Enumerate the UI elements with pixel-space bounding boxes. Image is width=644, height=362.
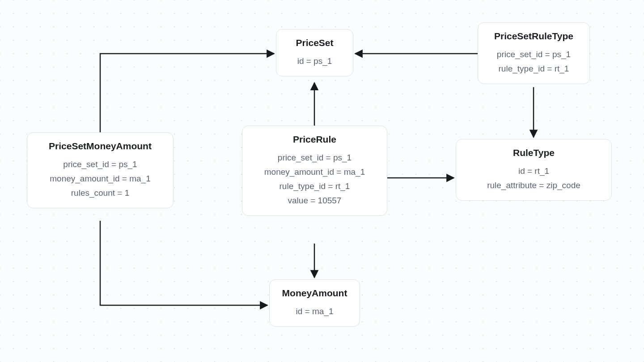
node-field: rule_type_id = rt_1 bbox=[489, 64, 579, 74]
node-price-set: PriceSet id = ps_1 bbox=[276, 29, 353, 76]
node-field: rule_attribute = zip_code bbox=[467, 181, 601, 190]
node-title: PriceSetMoneyAmount bbox=[38, 141, 162, 152]
node-field: rules_count = 1 bbox=[38, 188, 162, 198]
node-field: price_set_id = ps_1 bbox=[489, 50, 579, 59]
node-rule-type: RuleType id = rt_1 rule_attribute = zip_… bbox=[456, 139, 612, 201]
node-field: id = rt_1 bbox=[467, 166, 601, 176]
diagram-canvas: PriceSet id = ps_1 PriceSetRuleType pric… bbox=[0, 0, 644, 362]
node-price-rule: PriceRule price_set_id = ps_1 money_amou… bbox=[242, 126, 387, 216]
node-money-amount: MoneyAmount id = ma_1 bbox=[269, 279, 360, 327]
edge-psma-to-priceset bbox=[100, 54, 274, 132]
node-field: rule_type_id = rt_1 bbox=[253, 181, 376, 191]
node-fields: id = ps_1 bbox=[287, 56, 342, 66]
node-title: MoneyAmount bbox=[280, 288, 349, 299]
edge-psma-to-moneyamount bbox=[100, 221, 267, 305]
node-price-set-money-amount: PriceSetMoneyAmount price_set_id = ps_1 … bbox=[27, 132, 174, 208]
node-title: PriceSet bbox=[287, 38, 342, 48]
node-title: RuleType bbox=[467, 147, 601, 158]
node-field: money_amount_id = ma_1 bbox=[253, 167, 376, 177]
node-title: PriceSetRuleType bbox=[489, 31, 579, 42]
node-fields: price_set_id = ps_1 rule_type_id = rt_1 bbox=[489, 50, 579, 74]
node-fields: id = ma_1 bbox=[280, 307, 349, 316]
node-fields: id = rt_1 rule_attribute = zip_code bbox=[467, 166, 601, 190]
node-field: value = 10557 bbox=[253, 196, 376, 206]
node-fields: price_set_id = ps_1 money_amount_id = ma… bbox=[38, 160, 162, 198]
node-field: id = ps_1 bbox=[287, 56, 342, 66]
node-fields: price_set_id = ps_1 money_amount_id = ma… bbox=[253, 153, 376, 206]
node-field: id = ma_1 bbox=[280, 307, 349, 316]
node-field: price_set_id = ps_1 bbox=[38, 160, 162, 169]
node-title: PriceRule bbox=[253, 134, 376, 145]
node-field: money_amount_id = ma_1 bbox=[38, 174, 162, 184]
node-price-set-rule-type: PriceSetRuleType price_set_id = ps_1 rul… bbox=[478, 22, 590, 84]
node-field: price_set_id = ps_1 bbox=[253, 153, 376, 163]
